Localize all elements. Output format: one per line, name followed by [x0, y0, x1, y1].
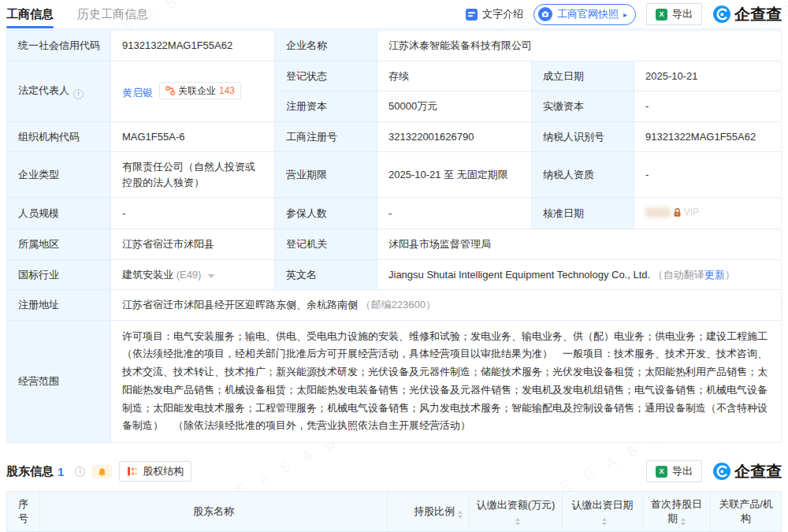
industry-label: 国标行业 [7, 259, 111, 290]
authority-label: 登记机关 [275, 229, 377, 260]
reg-no-value: 321322001626790 [377, 121, 532, 152]
translate-update-link[interactable]: 更新 [704, 269, 725, 281]
vip-locked-value[interactable]: VIP [645, 205, 699, 219]
region-value: 江苏省宿迁市沭阳县 [111, 229, 275, 260]
shareholders-section-header: 股东信息 1 i 股权结构 X 导出 企查查 [6, 460, 782, 482]
table-row: 法定代表人i 黄启银 关联企业 143 登记状态 存续 成立日期 2025-10… [7, 61, 782, 91]
insured-value: - [377, 198, 532, 229]
business-term-value: 2025-10-21 至 无固定期限 [377, 152, 532, 198]
business-info-table: 统一社会信用代码 91321322MAG1F55A62 企业名称 江苏沐泰智能装… [6, 30, 782, 443]
lock-icon [672, 207, 682, 218]
auto-translate-note: （自动翻译 [653, 269, 704, 281]
col-ratio[interactable]: 持股比例 [388, 492, 470, 532]
official-snapshot-button[interactable]: 工商官网快照 ▸ [533, 4, 636, 25]
table-row: 统一社会信用代码 91321322MAG1F55A62 企业名称 江苏沐泰智能装… [7, 31, 782, 61]
export-button[interactable]: X 导出 [646, 460, 702, 482]
text-intro-link[interactable]: 文字介绍 [466, 7, 523, 21]
taxpayer-id-value: 91321322MAG1F55A62 [634, 121, 782, 152]
subscribe-bell-button[interactable] [92, 465, 112, 478]
excel-icon: X [656, 9, 667, 20]
table-row: 所属地区 江苏省宿迁市沭阳县 登记机关 沭阳县市场监督管理局 [7, 229, 782, 260]
address-postcode: （邮编223600） [361, 299, 436, 311]
credit-code-label: 统一社会信用代码 [7, 31, 111, 61]
paid-capital-value: - [634, 91, 782, 122]
established-value: 2025-10-21 [634, 61, 782, 91]
official-snapshot-label: 工商官网快照 [557, 7, 619, 21]
paid-capital-label: 实缴资本 [532, 91, 634, 122]
shareholders-title: 股东信息 [6, 464, 54, 479]
col-subscribed-amount-label: 认缴出资额(万元) [477, 499, 556, 511]
tab-history-business-info[interactable]: 历史工商信息 [77, 1, 148, 28]
col-subscribe-date-label: 认缴出资日期 [572, 499, 634, 511]
export-label: 导出 [672, 464, 693, 478]
business-scope-value: 许可项目：电气安装服务；输电、供电、受电电力设施的安装、维修和试验；发电业务、输… [111, 320, 782, 443]
staff-size-label: 人员规模 [7, 198, 111, 229]
company-name-value: 江苏沐泰智能装备科技有限公司 [377, 31, 782, 61]
sort-icon[interactable] [602, 518, 607, 526]
auto-translate-note-close: ） [725, 269, 735, 281]
org-code-label: 组织机构代码 [7, 121, 111, 152]
reg-no-label: 工商注册号 [275, 121, 377, 152]
related-companies-count: 143 [219, 84, 235, 98]
info-icon[interactable]: i [73, 89, 84, 99]
col-related-products: 关联产品/机构 [711, 492, 782, 532]
export-button[interactable]: X 导出 [646, 3, 702, 25]
col-first-hold-date-label: 首次持股日期 [651, 498, 702, 524]
table-row: 人员规模 - 参保人数 - 核准日期 VIP [7, 198, 782, 229]
table-row: 注册地址 江苏省宿迁市沭阳县经开区迎晖路东侧、余杭路南侧 （邮编223600） [7, 290, 782, 321]
equity-structure-label: 股权结构 [143, 464, 184, 478]
english-name-value: Jiangsu Shutai Intelligent Equipment Tec… [377, 259, 782, 290]
shareholders-table: 序号 股东名称 持股比例 认缴出资额(万元) 认缴出资日期 首次持股日期 关联产… [6, 491, 782, 532]
reg-capital-label: 注册资本 [275, 91, 377, 122]
legal-rep-link[interactable]: 黄启银 [122, 87, 153, 99]
established-label: 成立日期 [532, 61, 634, 91]
taxpayer-quality-value: - [634, 152, 782, 198]
top-bar: 工商信息 历史工商信息 文字介绍 工商官网快照 ▸ X 导出 [6, 0, 782, 29]
qichacha-logo: 企查查 [712, 4, 782, 25]
blurred-value [645, 207, 671, 218]
english-name-text: Jiangsu Shutai Intelligent Equipment Tec… [388, 269, 650, 281]
excel-icon: X [656, 466, 667, 478]
col-first-hold-date[interactable]: 首次持股日期 [643, 492, 711, 532]
org-network-icon [165, 86, 175, 95]
legal-rep-label: 法定代表人i [7, 61, 111, 121]
table-row: 经营范围 许可项目：电气安装服务；输电、供电、受电电力设施的安装、维修和试验；发… [7, 320, 782, 443]
related-companies-badge[interactable]: 关联企业 143 [159, 82, 241, 99]
reg-status-label: 登记状态 [275, 61, 377, 91]
approval-date-label: 核准日期 [532, 198, 634, 229]
text-intro-icon [466, 9, 478, 20]
shareholders-header-row: 序号 股东名称 持股比例 认缴出资额(万元) 认缴出资日期 首次持股日期 关联产… [7, 492, 782, 532]
col-subscribed-amount[interactable]: 认缴出资额(万元) [470, 492, 563, 532]
tab-business-info[interactable]: 工商信息 [6, 1, 54, 28]
industry-code: (E49) [177, 269, 202, 281]
shareholders-actions: X 导出 企查查 [646, 460, 782, 482]
shareholders-count: 1 [58, 465, 64, 478]
qichacha-logo-icon [712, 462, 731, 481]
arrow-right-icon: ▸ [623, 10, 627, 19]
bell-icon [97, 467, 107, 478]
related-companies-label: 关联企业 [178, 84, 216, 98]
taxpayer-quality-label: 纳税人资质 [532, 152, 634, 198]
equity-structure-button[interactable]: 股权结构 [119, 461, 191, 482]
sort-icon[interactable] [458, 511, 463, 519]
table-row: 组织机构代码 MAG1F55A-6 工商注册号 321322001626790 … [7, 121, 782, 152]
reg-status-value: 存续 [377, 61, 532, 91]
vip-label: VIP [684, 205, 699, 219]
credit-code-value: 91321322MAG1F55A62 [111, 31, 275, 61]
org-code-value: MAG1F55A-6 [111, 121, 275, 152]
chevron-down-icon[interactable] [208, 274, 214, 278]
info-icon[interactable]: i [75, 467, 85, 477]
qichacha-logo-icon [712, 5, 731, 24]
business-scope-label: 经营范围 [7, 320, 111, 443]
sort-icon[interactable] [515, 518, 520, 526]
top-actions: 文字介绍 工商官网快照 ▸ X 导出 企查查 [466, 3, 782, 25]
taxpayer-id-label: 纳税人识别号 [532, 121, 634, 152]
camera-icon [538, 7, 552, 21]
industry-value[interactable]: 建筑安装业 (E49) [111, 259, 275, 290]
col-subscribe-date[interactable]: 认缴出资日期 [563, 492, 643, 532]
authority-value: 沭阳县市场监督管理局 [377, 229, 782, 260]
company-type-label: 企业类型 [7, 152, 111, 198]
business-term-label: 营业期限 [275, 152, 377, 198]
sort-icon[interactable] [681, 518, 686, 526]
equity-structure-icon [127, 466, 138, 477]
